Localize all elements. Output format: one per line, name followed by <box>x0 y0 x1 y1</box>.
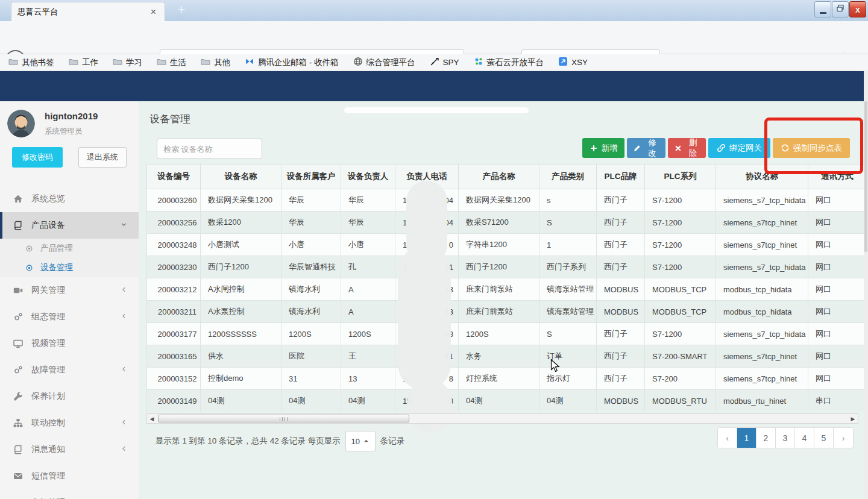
table-header-cell: PLC品牌 <box>597 165 645 189</box>
cell-owner: 04测 <box>341 390 395 412</box>
sidebar-item-8[interactable]: 联动控制 <box>0 410 139 436</box>
table-header-cell: 产品名称 <box>459 165 539 189</box>
video-icon <box>13 286 23 295</box>
sidebar-item-1[interactable]: 系统总览 <box>0 186 139 212</box>
cell-protocol: modbus_tcp_hidata <box>716 278 808 301</box>
change-password-button[interactable]: 修改密码 <box>12 147 63 168</box>
table-row[interactable]: 2000031771200SSSSSS1200S1200S881200SS西门子… <box>147 323 864 345</box>
bookmark-item[interactable]: 萤石云开放平台 <box>474 57 544 68</box>
plus-action-button[interactable]: 新增 <box>582 138 624 158</box>
window-minimize-button[interactable] <box>814 1 831 17</box>
cell-owner: A <box>341 278 395 301</box>
cell-customer: 镇海水利 <box>281 301 341 323</box>
table-header-cell: 设备名称 <box>201 165 281 189</box>
sidebar-subitem[interactable]: 设备管理 <box>0 258 139 277</box>
cell-plc-brand: 西门子 <box>597 256 645 278</box>
hscroll-right-arrow[interactable]: ▶ <box>848 414 858 423</box>
cell-device-id: 200003211 <box>147 301 201 323</box>
bookmark-item[interactable]: XSY <box>558 57 588 68</box>
page-4[interactable]: 4 <box>795 428 814 448</box>
cell-product-name: 字符串1200 <box>459 234 539 256</box>
bookmark-item[interactable]: SPY <box>430 57 459 68</box>
xsy-icon <box>558 57 568 68</box>
hscroll-left-arrow[interactable]: ◀ <box>147 414 157 423</box>
table-row[interactable]: 200003260数据网关采集1200华辰华辰104数据网关采集1200s西门子… <box>147 189 864 212</box>
sidebar-item-4[interactable]: 组态管理 <box>0 304 139 330</box>
sidebar-item-label: 消息通知 <box>31 444 65 455</box>
table-row[interactable]: 200003256数采1200华辰华辰104数采S71200S西门子S7-120… <box>147 212 864 234</box>
cell-device-name: A水闸控制 <box>201 278 281 301</box>
page-3[interactable]: 3 <box>776 428 795 448</box>
logout-button[interactable]: 退出系统 <box>78 147 127 168</box>
table-hscrollbar-thumb[interactable] <box>158 415 409 422</box>
table-row[interactable]: 20000314904测04测04测15804测04测MODBUSMODBUS_… <box>147 390 864 412</box>
browser-toolbar: iot.idosp.net/admin/index.html?lang 80% <box>0 21 868 54</box>
cogs-icon <box>13 312 23 322</box>
cell-plc-brand: MODBUS <box>597 390 645 412</box>
globe-icon <box>353 57 363 68</box>
sidebar-subitem-label[interactable]: 设备管理 <box>40 262 73 273</box>
sidebar-item-label: 视频管理 <box>31 338 65 349</box>
page-1[interactable]: 1 <box>737 428 756 448</box>
sidebar-item-7[interactable]: 保养计划 <box>0 383 139 410</box>
bookmark-item[interactable]: 腾讯企业邮箱 - 收件箱 <box>245 57 339 68</box>
pencil-action-button[interactable]: 修改 <box>627 138 665 158</box>
sidebar-item-10[interactable]: 短信管理 <box>0 463 139 489</box>
device-table-wrap: 设备编号设备名称设备所属客户设备负责人负责人电话产品名称产品类别PLC品牌PLC… <box>146 164 864 412</box>
table-row[interactable]: 200003152控制demo311318灯控系统指示灯西门子S7-200sie… <box>147 368 864 390</box>
table-row[interactable]: 200003230西门子1200华辰智通科技孔131西门子1200西门子系列西门… <box>147 256 864 278</box>
sidebar-item-9[interactable]: 消息通知 <box>0 436 139 463</box>
bookmark-item[interactable]: 综合管理平台 <box>353 57 415 68</box>
bookmark-label: 综合管理平台 <box>366 57 415 68</box>
caret-up-icon <box>363 437 370 446</box>
cell-plc-series: MODBUS_RTU <box>645 390 716 412</box>
sidebar-item-11[interactable]: 车间管理 <box>0 489 139 499</box>
page-next[interactable]: › <box>834 428 853 448</box>
table-row[interactable]: 200003212A水闸控制镇海水利A33庶来门前泵站镇海泵站管理MODBUSM… <box>147 278 864 301</box>
folder-icon <box>69 57 78 68</box>
cell-product-type: 西门子系列 <box>539 256 597 278</box>
records-summary-suffix: 条记录 <box>380 436 405 447</box>
page-5[interactable]: 5 <box>814 428 834 448</box>
new-tab-button[interactable]: + <box>172 1 190 19</box>
table-row[interactable]: 200003211A水泵控制镇海水利A33庶来门前泵站镇海泵站管理MODBUSM… <box>147 301 864 323</box>
table-row[interactable]: 200003248小唐测试小唐小唐10字符串12001西门子S7-1200sie… <box>147 234 864 256</box>
tab-close-icon[interactable]: × <box>148 7 159 17</box>
cell-owner: 华辰 <box>341 189 395 212</box>
window-close-button[interactable]: x <box>849 1 866 17</box>
device-search-input[interactable] <box>157 139 262 159</box>
screen: 思普云平台 × + x iot.idosp.net/admin/index.ht… <box>0 0 868 499</box>
sidebar: hignton2019 系统管理员 修改密码 退出系统 系统总览产品设备产品管理… <box>0 101 139 499</box>
page-2[interactable]: 2 <box>756 428 776 448</box>
window-controls: x <box>814 1 866 17</box>
records-summary: 显示第 1 到第 10 条记录，总共 42 条记录 每页显示 <box>156 436 341 447</box>
sidebar-subitem-label[interactable]: 产品管理 <box>40 243 73 254</box>
sidebar-item-6[interactable]: 故障管理 <box>0 357 139 383</box>
action-label: 删除 <box>686 137 700 159</box>
browser-tab[interactable]: 思普云平台 × <box>11 2 165 21</box>
page-prev[interactable]: ‹ <box>718 428 737 448</box>
chevron-left-icon <box>120 418 128 428</box>
cell-owner: 孔 <box>341 256 395 278</box>
sidebar-item-2[interactable]: 产品设备 <box>0 212 139 239</box>
cell-plc-series: S7-1200 <box>645 256 716 278</box>
sidebar-subitem[interactable]: 产品管理 <box>0 239 139 258</box>
bookmark-item[interactable]: 生活 <box>157 57 186 68</box>
page-vscrollbar-thumb[interactable] <box>864 101 867 252</box>
bookmark-item[interactable]: 学习 <box>113 57 142 68</box>
sidebar-item-3[interactable]: 网关管理 <box>0 277 139 304</box>
table-row[interactable]: 200003165供水医院王41水务订单西门子S7-200-SMARTsieme… <box>147 345 864 368</box>
bookmark-item[interactable]: 工作 <box>69 57 98 68</box>
cell-product-type: 订单 <box>539 345 597 368</box>
page-size-select[interactable]: 10 <box>345 431 376 451</box>
window-restore-button[interactable] <box>832 1 849 17</box>
table-header-cell: 产品类别 <box>539 165 597 189</box>
bookmark-item[interactable]: 其他 <box>201 57 230 68</box>
cross-action-button[interactable]: 删除 <box>668 138 706 158</box>
link-action-button[interactable]: 绑定网关 <box>708 138 770 158</box>
sidebar-item-5[interactable]: 视频管理 <box>0 330 139 357</box>
cell-device-name: 1200SSSSSS <box>201 323 281 345</box>
cell-device-id: 200003152 <box>147 368 201 390</box>
bookmark-item[interactable]: 其他书签 <box>8 57 54 68</box>
bookmark-label: 学习 <box>126 57 142 68</box>
